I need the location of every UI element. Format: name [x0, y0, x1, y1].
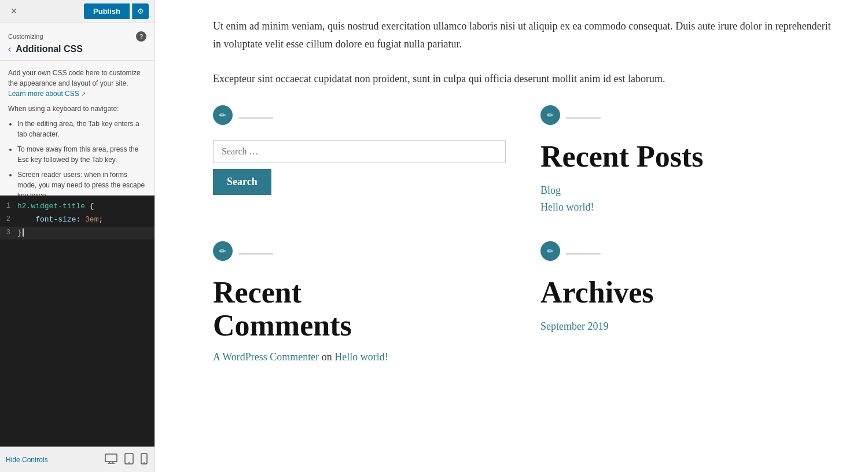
on-text: on — [322, 351, 335, 363]
section-title-row: ‹ Additional CSS — [8, 44, 146, 54]
publish-settings-button[interactable]: ⚙ — [132, 3, 149, 19]
tablet-view-button[interactable] — [123, 452, 135, 467]
back-button[interactable]: ‹ — [8, 44, 11, 54]
bullet-item-3: Screen reader users: when in forms mode,… — [17, 169, 146, 196]
recent-comments-title: Recent Comments — [213, 276, 506, 342]
recent-post-link-2[interactable]: Hello world! — [540, 201, 833, 213]
code-editor[interactable]: 1 h2.widget-title { 2 font-size: 3em; 3 … — [0, 196, 155, 326]
widgets-grid: Search Recent Posts Blog Hello world! Re… — [213, 105, 833, 364]
bottom-bar: Hide Controls — [0, 447, 155, 472]
code-line-2: 2 font-size: 3em; — [0, 213, 155, 227]
line-num-1: 1 — [0, 201, 17, 212]
bullet-item-2: To move away from this area, press the E… — [17, 144, 146, 165]
recent-comments-widget: Recent Comments A WordPress Commenter on… — [213, 241, 506, 363]
line-content-3: } — [17, 227, 24, 239]
archives-widget: Archives September 2019 — [540, 241, 833, 363]
search-widget-header — [213, 105, 506, 131]
archives-item-1[interactable]: September 2019 — [540, 320, 833, 333]
bullet-item-1: In the editing area, the Tab key enters … — [17, 119, 146, 139]
body-paragraph-1: Ut enim ad minim veniam, quis nostrud ex… — [213, 17, 833, 53]
svg-point-7 — [144, 462, 145, 463]
line-num-2: 2 — [0, 214, 17, 225]
search-button[interactable]: Search — [213, 169, 271, 195]
panel-content: Add your own CSS code here to customize … — [0, 61, 155, 196]
customizing-text: Customizing — [8, 33, 43, 40]
keyboard-heading: When using a keyboard to navigate: — [8, 104, 146, 114]
device-icons — [104, 452, 149, 467]
search-input[interactable] — [213, 140, 506, 163]
recent-posts-widget-line — [566, 117, 601, 119]
right-content: Ut enim ad minim veniam, quis nostrud ex… — [155, 0, 868, 472]
body-paragraph-2: Excepteur sint occaecat cupidatat non pr… — [213, 70, 833, 88]
commenter-link[interactable]: A WordPress Commenter — [213, 351, 319, 363]
description-text: Add your own CSS code here to customize … — [8, 68, 146, 99]
line-num-3: 3 — [0, 227, 17, 238]
editor-empty-space[interactable] — [0, 326, 155, 447]
recent-posts-widget: Recent Posts Blog Hello world! — [540, 105, 833, 218]
bullet-list: In the editing area, the Tab key enters … — [17, 119, 146, 196]
recent-comment-item: A WordPress Commenter on Hello world! — [213, 351, 506, 363]
publish-area: Publish ⚙ — [84, 3, 149, 19]
recent-comments-widget-icon — [213, 241, 233, 261]
line-content-1: h2.widget-title { — [17, 201, 94, 213]
code-line-1: 1 h2.widget-title { — [0, 200, 155, 213]
svg-point-5 — [128, 462, 130, 463]
recent-posts-widget-icon — [540, 105, 560, 125]
left-panel: × Publish ⚙ Customizing ? ‹ Additional C… — [0, 0, 155, 472]
section-title: Additional CSS — [16, 44, 83, 54]
help-icon[interactable]: ? — [136, 31, 146, 42]
code-line-3: 3 } — [0, 227, 155, 240]
recent-comments-widget-header — [213, 241, 506, 267]
search-widget: Search — [213, 105, 506, 218]
close-button[interactable]: × — [6, 3, 22, 20]
recent-posts-title: Recent Posts — [540, 140, 833, 173]
search-widget-line — [238, 117, 273, 119]
top-bar: × Publish ⚙ — [0, 0, 155, 23]
archives-title: Archives — [540, 276, 833, 309]
svg-rect-0 — [105, 454, 117, 462]
hello-world-link[interactable]: Hello world! — [334, 351, 388, 363]
desktop-view-button[interactable] — [104, 452, 119, 467]
archives-widget-header — [540, 241, 833, 267]
customizing-header: Customizing ? ‹ Additional CSS — [0, 23, 155, 61]
customizing-label: Customizing ? — [8, 31, 146, 42]
learn-more-link[interactable]: Learn more about CSS — [8, 90, 86, 98]
recent-comments-widget-line — [238, 253, 273, 255]
recent-post-link-1[interactable]: Blog — [540, 185, 833, 197]
recent-posts-widget-header — [540, 105, 833, 131]
search-widget-icon — [213, 105, 233, 125]
archives-widget-line — [566, 253, 601, 255]
hide-controls-button[interactable]: Hide Controls — [6, 456, 48, 464]
line-content-2: font-size: 3em; — [17, 214, 103, 226]
archives-widget-icon — [540, 241, 560, 261]
publish-button[interactable]: Publish — [84, 3, 130, 19]
mobile-view-button[interactable] — [139, 452, 149, 467]
